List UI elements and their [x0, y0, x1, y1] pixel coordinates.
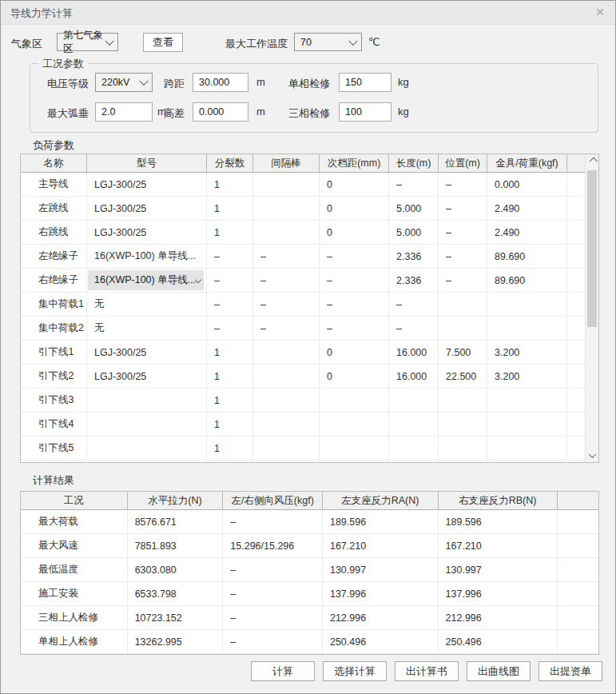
- table-cell[interactable]: [389, 413, 439, 436]
- table-cell[interactable]: 1: [207, 173, 253, 196]
- table-cell[interactable]: 89.690: [487, 245, 567, 268]
- table-cell[interactable]: 2.490: [487, 221, 567, 244]
- table-cell[interactable]: 2.336: [389, 245, 439, 268]
- table-cell[interactable]: –: [253, 317, 320, 340]
- table-cell[interactable]: 189.596: [439, 510, 558, 533]
- table-cell[interactable]: 6303.080: [128, 558, 224, 581]
- table-cell[interactable]: 89.690: [487, 269, 567, 292]
- table-cell[interactable]: 16(XWP-100) 单导线...: [87, 245, 207, 268]
- table-cell[interactable]: [567, 269, 586, 292]
- table-cell[interactable]: –: [439, 221, 487, 244]
- table-cell[interactable]: 2.336: [389, 269, 439, 292]
- table-cell[interactable]: 0: [320, 221, 389, 244]
- footer-button-4[interactable]: 出曲线图: [467, 661, 531, 681]
- table-cell[interactable]: [439, 293, 487, 316]
- table-cell[interactable]: 16(XWP-100) 单导线...: [87, 269, 207, 292]
- table-cell[interactable]: –: [320, 245, 389, 268]
- table-cell[interactable]: –: [207, 293, 253, 316]
- table-cell[interactable]: 137.996: [439, 582, 558, 605]
- table-cell[interactable]: [87, 389, 207, 412]
- table-cell[interactable]: [253, 413, 320, 436]
- scroll-up-button[interactable]: [586, 154, 598, 168]
- table-cell[interactable]: [253, 341, 320, 364]
- table-cell[interactable]: –: [253, 293, 320, 316]
- single-repair-input[interactable]: 150: [339, 73, 391, 92]
- table-cell[interactable]: 0: [320, 341, 389, 364]
- table-cell[interactable]: 15.296/15.296: [223, 534, 323, 557]
- table-cell[interactable]: –: [320, 317, 389, 340]
- table-cell[interactable]: 22.500: [439, 365, 487, 388]
- table-cell[interactable]: –: [253, 245, 320, 268]
- table-cell[interactable]: [87, 413, 207, 436]
- table-cell[interactable]: –: [223, 606, 323, 629]
- table-cell[interactable]: –: [439, 269, 487, 292]
- table-cell[interactable]: [567, 437, 586, 460]
- max-sag-input[interactable]: 2.0: [95, 102, 153, 122]
- table-cell[interactable]: –: [207, 317, 253, 340]
- table-cell[interactable]: [487, 437, 567, 460]
- table-cell[interactable]: –: [320, 293, 389, 316]
- table-cell[interactable]: [487, 293, 567, 316]
- table-cell[interactable]: 1: [207, 197, 253, 220]
- table-cell[interactable]: [558, 606, 598, 629]
- table-cell[interactable]: 1: [207, 221, 253, 244]
- table-cell[interactable]: 无: [87, 317, 207, 340]
- table-cell[interactable]: 13262.995: [128, 630, 224, 653]
- table-cell[interactable]: [567, 173, 586, 196]
- table-cell[interactable]: 130.997: [439, 558, 558, 581]
- table-cell[interactable]: [389, 389, 439, 412]
- table-cell[interactable]: [439, 437, 487, 460]
- table-cell[interactable]: –: [207, 245, 253, 268]
- table-cell[interactable]: 无: [87, 293, 207, 316]
- table-cell[interactable]: [389, 437, 439, 460]
- view-button[interactable]: 查看: [143, 33, 183, 52]
- table-cell[interactable]: –: [223, 558, 323, 581]
- footer-button-1[interactable]: 计算: [251, 661, 315, 681]
- table-cell[interactable]: –: [389, 173, 439, 196]
- table-cell[interactable]: [487, 317, 567, 340]
- table-cell[interactable]: [567, 221, 586, 244]
- table-cell[interactable]: –: [223, 510, 323, 533]
- table-cell[interactable]: 0: [320, 197, 389, 220]
- footer-button-5[interactable]: 出提资单: [539, 661, 602, 681]
- table-cell[interactable]: [487, 413, 567, 436]
- table-cell[interactable]: [439, 413, 487, 436]
- table-cell[interactable]: [567, 197, 586, 220]
- max-temp-select[interactable]: 70: [294, 33, 362, 51]
- table-cell[interactable]: [558, 534, 598, 557]
- table-cell[interactable]: 7.500: [439, 341, 487, 364]
- table-cell[interactable]: 2.490: [487, 197, 567, 220]
- table-cell[interactable]: 137.996: [323, 582, 439, 605]
- table-cell[interactable]: 0: [320, 173, 389, 196]
- scrollbar-thumb[interactable]: [587, 170, 597, 327]
- table-cell[interactable]: [253, 197, 320, 220]
- table-cell[interactable]: –: [389, 293, 439, 316]
- table-cell[interactable]: 6533.798: [128, 582, 224, 605]
- table-cell[interactable]: 0.000: [487, 173, 567, 196]
- table-cell[interactable]: [253, 173, 320, 196]
- table-cell[interactable]: [567, 341, 586, 364]
- table-cell[interactable]: –: [439, 197, 487, 220]
- table-cell[interactable]: 250.496: [439, 630, 558, 653]
- table-cell[interactable]: 0: [320, 365, 389, 388]
- table-cell[interactable]: 5.000: [389, 197, 439, 220]
- table-cell[interactable]: [567, 293, 586, 316]
- load-table-scrollbar[interactable]: [585, 154, 598, 462]
- table-cell[interactable]: [567, 317, 586, 340]
- footer-button-3[interactable]: 出计算书: [395, 661, 459, 681]
- table-cell[interactable]: [439, 317, 487, 340]
- table-cell[interactable]: 16.000: [389, 341, 439, 364]
- table-cell[interactable]: 16.000: [389, 365, 439, 388]
- table-cell[interactable]: 130.997: [323, 558, 439, 581]
- table-cell[interactable]: 1: [207, 389, 253, 412]
- table-cell[interactable]: 212.996: [439, 606, 558, 629]
- table-cell[interactable]: –: [223, 630, 323, 653]
- table-cell[interactable]: LGJ-300/25: [87, 221, 207, 244]
- table-cell[interactable]: –: [207, 269, 253, 292]
- table-cell[interactable]: [558, 630, 598, 653]
- table-cell[interactable]: [253, 221, 320, 244]
- table-cell[interactable]: [567, 245, 586, 268]
- table-cell[interactable]: 1: [207, 341, 253, 364]
- table-cell[interactable]: –: [439, 245, 487, 268]
- table-cell[interactable]: 1: [207, 413, 253, 436]
